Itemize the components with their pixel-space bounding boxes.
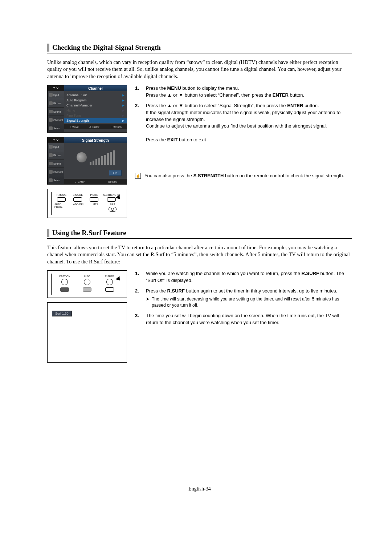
page-number: English-34 <box>47 486 352 492</box>
sidebar-item-sound: Sound <box>48 107 64 116</box>
remote-smode: S.MODE <box>71 194 85 202</box>
menu-item-name: Name▶ <box>66 108 124 113</box>
sidebar-item-input: Input <box>48 90 64 99</box>
section-intro: Unlike analog channels, which can vary i… <box>47 59 352 80</box>
section-heading: Checking the Digital-Signal Strength <box>47 44 352 52</box>
tip-note: ☝ You can also press the S.STRENGTH butt… <box>135 173 352 179</box>
remote-adddel: ADD/DEL <box>72 203 86 206</box>
sub-note: ➤ The time will start decreasing while y… <box>146 296 352 309</box>
divider <box>47 53 352 53</box>
remote-caption: CAPTION <box>54 275 75 285</box>
instruction-list: 1. Press the MENU button to display the … <box>135 85 352 144</box>
sidebar-item-channel: Channel <box>48 167 64 176</box>
remote-mts: MTS <box>88 203 103 206</box>
sidebar-item-setup: Setup <box>48 124 64 132</box>
surf-timer-chip: Surf 1:30 <box>52 311 72 316</box>
surf-display-box: Surf 1:30 <box>47 302 127 363</box>
remote-fragment-rsurf: CAPTION INFO R.SURF <box>47 270 127 298</box>
menu-item-channelmanager: Channel Manager▶ <box>66 103 124 108</box>
arrow-right-icon: ➤ <box>146 296 150 309</box>
sidebar-item-setup: Setup <box>48 176 64 184</box>
remote-blank <box>77 287 97 292</box>
ok-button: OK <box>109 170 122 176</box>
instruction-list: 1. While you are watching the channel to… <box>135 270 352 326</box>
step-1: 1. While you are watching the channel to… <box>135 270 352 284</box>
remote-srs: SRS <box>105 203 120 212</box>
remote-blank <box>99 287 120 292</box>
pointer-arrow-icon <box>115 276 122 282</box>
remote-autoprog: AUTO PROG. <box>54 203 69 206</box>
sidebar-item-input: Input <box>48 142 64 151</box>
sidebar-item-picture: Picture <box>48 99 64 107</box>
menu-item-signalstrength: Signal Strength▶ <box>64 118 127 123</box>
osd-footer: ↲ Enter··· Return <box>64 179 127 184</box>
osd-footer: ↕ Move↲ Enter··· Return <box>64 124 127 129</box>
section-intro: This feature allows you to set the TV to… <box>47 244 352 266</box>
menu-item-antenna: Antenna : Air▶ <box>66 93 124 98</box>
step-3: 3. The time you set will begin counting … <box>135 312 352 326</box>
remote-pmode: P.MODE <box>54 194 69 202</box>
remote-info: INFO <box>77 275 97 285</box>
menu-item-finetune: Fine Tune▶ <box>66 113 124 118</box>
sidebar-item-picture: Picture <box>48 151 64 159</box>
remote-rsurf: R.SURF <box>99 275 120 285</box>
dish-icon <box>75 151 88 164</box>
step-1: 1. Press the MENU button to display the … <box>135 85 352 99</box>
osd-header: Signal Strength <box>64 137 127 143</box>
sidebar-item-sound: Sound <box>48 159 64 167</box>
remote-fragment-sstrength: P.MODE S.MODE P.SIZE S.STRENGTH AUTO PRO… <box>47 189 127 218</box>
sidebar-item-channel: Channel <box>48 116 64 124</box>
step-2: 2. Press the R.SURF button again to set … <box>135 288 352 309</box>
osd-channel-menu: T V Input Picture Sound Channel Setup Ch… <box>47 85 127 133</box>
osd-tv-label: T V <box>48 85 64 90</box>
section-heading: Using the R.Surf Feature <box>47 229 352 237</box>
step-2: 2. Press the ▲ or ▼ button to select “Si… <box>135 102 352 144</box>
remote-blank <box>54 287 75 292</box>
osd-header: Channel <box>64 85 127 91</box>
signal-bars-icon <box>90 150 115 165</box>
osd-tv-label: T V <box>48 137 64 142</box>
hand-icon: ☝ <box>135 173 141 179</box>
remote-psize: P.SIZE <box>87 194 101 202</box>
menu-item-autoprogram: Auto Program▶ <box>66 98 124 103</box>
remote-sstrength: S.STRENGTH <box>103 194 120 202</box>
divider <box>47 238 352 239</box>
osd-signal-strength: T V Input Picture Sound Channel Setup Si… <box>47 137 127 185</box>
